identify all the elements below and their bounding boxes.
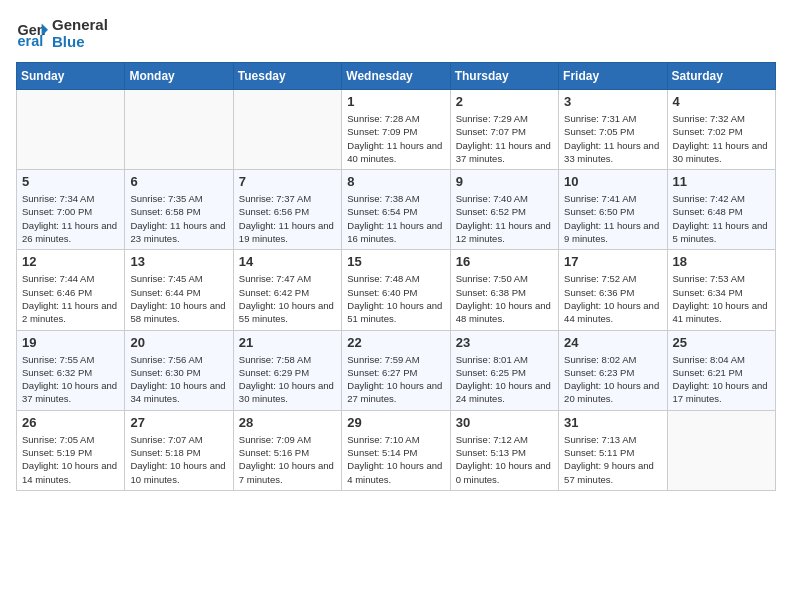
logo-icon: Gen eral (16, 17, 48, 49)
calendar-cell: 29Sunrise: 7:10 AM Sunset: 5:14 PM Dayli… (342, 410, 450, 490)
day-number: 26 (22, 415, 119, 430)
day-info: Sunrise: 7:56 AM Sunset: 6:30 PM Dayligh… (130, 353, 227, 406)
day-number: 8 (347, 174, 444, 189)
day-number: 18 (673, 254, 770, 269)
day-number: 28 (239, 415, 336, 430)
calendar-cell: 5Sunrise: 7:34 AM Sunset: 7:00 PM Daylig… (17, 170, 125, 250)
day-number: 24 (564, 335, 661, 350)
week-row-5: 26Sunrise: 7:05 AM Sunset: 5:19 PM Dayli… (17, 410, 776, 490)
calendar-cell: 27Sunrise: 7:07 AM Sunset: 5:18 PM Dayli… (125, 410, 233, 490)
calendar-cell: 23Sunrise: 8:01 AM Sunset: 6:25 PM Dayli… (450, 330, 558, 410)
day-number: 22 (347, 335, 444, 350)
day-number: 3 (564, 94, 661, 109)
calendar-cell: 9Sunrise: 7:40 AM Sunset: 6:52 PM Daylig… (450, 170, 558, 250)
calendar-cell (233, 90, 341, 170)
day-info: Sunrise: 8:02 AM Sunset: 6:23 PM Dayligh… (564, 353, 661, 406)
day-info: Sunrise: 7:10 AM Sunset: 5:14 PM Dayligh… (347, 433, 444, 486)
calendar-cell (125, 90, 233, 170)
logo-line2: Blue (52, 33, 108, 50)
day-number: 2 (456, 94, 553, 109)
calendar-cell: 20Sunrise: 7:56 AM Sunset: 6:30 PM Dayli… (125, 330, 233, 410)
week-row-3: 12Sunrise: 7:44 AM Sunset: 6:46 PM Dayli… (17, 250, 776, 330)
calendar-cell: 2Sunrise: 7:29 AM Sunset: 7:07 PM Daylig… (450, 90, 558, 170)
day-info: Sunrise: 7:34 AM Sunset: 7:00 PM Dayligh… (22, 192, 119, 245)
weekday-header-monday: Monday (125, 63, 233, 90)
day-number: 7 (239, 174, 336, 189)
logo: Gen eral General Blue (16, 16, 108, 50)
day-info: Sunrise: 7:13 AM Sunset: 5:11 PM Dayligh… (564, 433, 661, 486)
day-number: 10 (564, 174, 661, 189)
calendar-cell: 1Sunrise: 7:28 AM Sunset: 7:09 PM Daylig… (342, 90, 450, 170)
day-number: 6 (130, 174, 227, 189)
calendar-cell: 7Sunrise: 7:37 AM Sunset: 6:56 PM Daylig… (233, 170, 341, 250)
day-number: 23 (456, 335, 553, 350)
day-number: 5 (22, 174, 119, 189)
day-number: 19 (22, 335, 119, 350)
calendar-cell: 30Sunrise: 7:12 AM Sunset: 5:13 PM Dayli… (450, 410, 558, 490)
calendar-cell (17, 90, 125, 170)
day-number: 29 (347, 415, 444, 430)
day-info: Sunrise: 7:29 AM Sunset: 7:07 PM Dayligh… (456, 112, 553, 165)
weekday-header-saturday: Saturday (667, 63, 775, 90)
calendar-cell: 14Sunrise: 7:47 AM Sunset: 6:42 PM Dayli… (233, 250, 341, 330)
logo-line1: General (52, 16, 108, 33)
day-number: 31 (564, 415, 661, 430)
week-row-4: 19Sunrise: 7:55 AM Sunset: 6:32 PM Dayli… (17, 330, 776, 410)
day-info: Sunrise: 7:38 AM Sunset: 6:54 PM Dayligh… (347, 192, 444, 245)
day-info: Sunrise: 7:32 AM Sunset: 7:02 PM Dayligh… (673, 112, 770, 165)
weekday-header-friday: Friday (559, 63, 667, 90)
day-number: 11 (673, 174, 770, 189)
day-number: 4 (673, 94, 770, 109)
calendar-cell (667, 410, 775, 490)
day-info: Sunrise: 7:42 AM Sunset: 6:48 PM Dayligh… (673, 192, 770, 245)
day-info: Sunrise: 7:47 AM Sunset: 6:42 PM Dayligh… (239, 272, 336, 325)
calendar-table: SundayMondayTuesdayWednesdayThursdayFrid… (16, 62, 776, 491)
day-info: Sunrise: 7:41 AM Sunset: 6:50 PM Dayligh… (564, 192, 661, 245)
calendar-cell: 8Sunrise: 7:38 AM Sunset: 6:54 PM Daylig… (342, 170, 450, 250)
day-info: Sunrise: 7:28 AM Sunset: 7:09 PM Dayligh… (347, 112, 444, 165)
calendar-cell: 6Sunrise: 7:35 AM Sunset: 6:58 PM Daylig… (125, 170, 233, 250)
day-number: 25 (673, 335, 770, 350)
day-info: Sunrise: 7:52 AM Sunset: 6:36 PM Dayligh… (564, 272, 661, 325)
weekday-header-wednesday: Wednesday (342, 63, 450, 90)
calendar-cell: 4Sunrise: 7:32 AM Sunset: 7:02 PM Daylig… (667, 90, 775, 170)
weekday-header-sunday: Sunday (17, 63, 125, 90)
day-number: 13 (130, 254, 227, 269)
calendar-cell: 3Sunrise: 7:31 AM Sunset: 7:05 PM Daylig… (559, 90, 667, 170)
calendar-cell: 11Sunrise: 7:42 AM Sunset: 6:48 PM Dayli… (667, 170, 775, 250)
day-info: Sunrise: 7:35 AM Sunset: 6:58 PM Dayligh… (130, 192, 227, 245)
week-row-2: 5Sunrise: 7:34 AM Sunset: 7:00 PM Daylig… (17, 170, 776, 250)
day-number: 20 (130, 335, 227, 350)
day-number: 12 (22, 254, 119, 269)
day-info: Sunrise: 7:40 AM Sunset: 6:52 PM Dayligh… (456, 192, 553, 245)
day-info: Sunrise: 7:45 AM Sunset: 6:44 PM Dayligh… (130, 272, 227, 325)
calendar-cell: 18Sunrise: 7:53 AM Sunset: 6:34 PM Dayli… (667, 250, 775, 330)
calendar-cell: 13Sunrise: 7:45 AM Sunset: 6:44 PM Dayli… (125, 250, 233, 330)
day-info: Sunrise: 7:05 AM Sunset: 5:19 PM Dayligh… (22, 433, 119, 486)
day-number: 30 (456, 415, 553, 430)
calendar-cell: 24Sunrise: 8:02 AM Sunset: 6:23 PM Dayli… (559, 330, 667, 410)
page-header: Gen eral General Blue (16, 16, 776, 50)
day-info: Sunrise: 8:04 AM Sunset: 6:21 PM Dayligh… (673, 353, 770, 406)
day-info: Sunrise: 7:53 AM Sunset: 6:34 PM Dayligh… (673, 272, 770, 325)
day-number: 15 (347, 254, 444, 269)
weekday-header-row: SundayMondayTuesdayWednesdayThursdayFrid… (17, 63, 776, 90)
day-number: 27 (130, 415, 227, 430)
svg-text:eral: eral (18, 33, 44, 49)
calendar-cell: 17Sunrise: 7:52 AM Sunset: 6:36 PM Dayli… (559, 250, 667, 330)
day-number: 17 (564, 254, 661, 269)
day-info: Sunrise: 7:58 AM Sunset: 6:29 PM Dayligh… (239, 353, 336, 406)
day-info: Sunrise: 7:48 AM Sunset: 6:40 PM Dayligh… (347, 272, 444, 325)
day-number: 9 (456, 174, 553, 189)
day-info: Sunrise: 7:44 AM Sunset: 6:46 PM Dayligh… (22, 272, 119, 325)
day-info: Sunrise: 7:12 AM Sunset: 5:13 PM Dayligh… (456, 433, 553, 486)
day-info: Sunrise: 8:01 AM Sunset: 6:25 PM Dayligh… (456, 353, 553, 406)
calendar-cell: 22Sunrise: 7:59 AM Sunset: 6:27 PM Dayli… (342, 330, 450, 410)
week-row-1: 1Sunrise: 7:28 AM Sunset: 7:09 PM Daylig… (17, 90, 776, 170)
day-number: 21 (239, 335, 336, 350)
day-number: 14 (239, 254, 336, 269)
day-info: Sunrise: 7:07 AM Sunset: 5:18 PM Dayligh… (130, 433, 227, 486)
weekday-header-thursday: Thursday (450, 63, 558, 90)
weekday-header-tuesday: Tuesday (233, 63, 341, 90)
day-info: Sunrise: 7:37 AM Sunset: 6:56 PM Dayligh… (239, 192, 336, 245)
